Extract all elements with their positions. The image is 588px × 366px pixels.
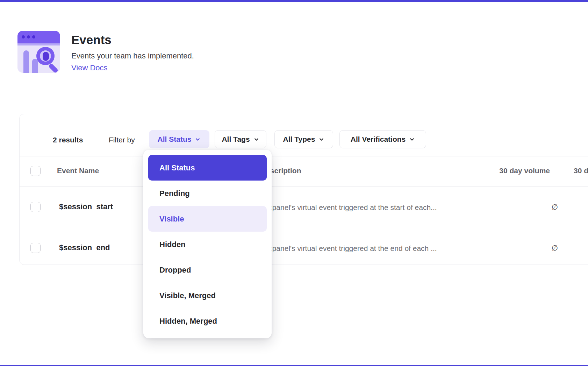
filter-label: All Types (283, 135, 315, 143)
volume-cell: ∅ (488, 203, 558, 211)
event-name-cell[interactable]: $session_end (59, 243, 110, 252)
table-header-bottom-border (20, 186, 588, 187)
top-accent-bar (0, 0, 588, 2)
window-divider (17, 43, 60, 45)
volume-cell: ∅ (488, 244, 558, 252)
filter-all-tags[interactable]: All Tags (215, 130, 266, 148)
dropdown-item-visible-merged[interactable]: Visible, Merged (148, 283, 267, 308)
event-description-cell: Mixpanel's virtual event triggered at th… (261, 244, 437, 253)
table-header-top-border (20, 156, 588, 156)
row-divider (20, 228, 588, 228)
chart-bar-icon (32, 59, 38, 73)
column-header-event-name: Event Name (57, 167, 99, 175)
dropdown-item-all-status[interactable]: All Status (148, 155, 267, 181)
window-dot-icon (27, 35, 30, 38)
filter-all-verifications[interactable]: All Verifications (339, 130, 426, 148)
status-filter-dropdown: All Status Pending Visible Hidden Droppe… (143, 150, 272, 338)
magnifier-lens-icon (43, 52, 49, 61)
filter-all-types[interactable]: All Types (274, 130, 333, 148)
event-description-cell: Mixpanel's virtual event triggered at th… (261, 203, 437, 212)
column-header-30-day-volume: 30 day volume (458, 167, 550, 175)
filter-label: All Verifications (351, 135, 406, 143)
magnifier-handle-icon (48, 63, 58, 73)
page-subtitle: Events your team has implemented. (71, 51, 194, 61)
filter-label: All Status (158, 135, 192, 143)
view-docs-link[interactable]: View Docs (71, 63, 108, 72)
dropdown-item-pending[interactable]: Pending (148, 181, 267, 206)
filter-all-status[interactable]: All Status (149, 130, 209, 148)
results-count: 2 results (53, 136, 83, 144)
row-checkbox[interactable] (30, 243, 41, 253)
chevron-down-icon (195, 136, 201, 142)
chevron-down-icon (253, 136, 259, 142)
filter-by-label: Filter by (109, 136, 135, 144)
window-dot-icon (22, 35, 25, 38)
page-title: Events (71, 33, 112, 47)
dropdown-item-dropped[interactable]: Dropped (148, 257, 267, 283)
filter-label: All Tags (222, 135, 250, 143)
chevron-down-icon (409, 136, 415, 142)
chevron-down-icon (318, 136, 324, 142)
dropdown-item-hidden[interactable]: Hidden (148, 232, 267, 257)
event-name-cell[interactable]: $session_start (59, 202, 113, 211)
events-table-card: 2 results Filter by All Status All Tags … (19, 114, 588, 265)
toolbar-divider (98, 131, 98, 148)
events-app-icon (17, 31, 60, 73)
row-checkbox[interactable] (30, 202, 41, 212)
chart-bar-icon (23, 50, 29, 73)
column-header-clipped: 30 d (574, 167, 588, 175)
select-all-checkbox[interactable] (30, 166, 41, 176)
window-dot-icon (32, 35, 35, 38)
events-page: Events Events your team has implemented.… (0, 0, 588, 366)
dropdown-item-hidden-merged[interactable]: Hidden, Merged (148, 308, 267, 334)
dropdown-item-visible[interactable]: Visible (148, 206, 267, 232)
